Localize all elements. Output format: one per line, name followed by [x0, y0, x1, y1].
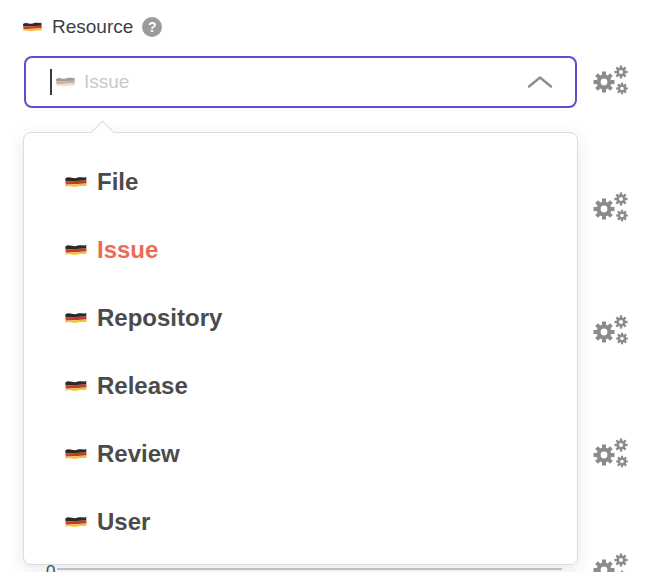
dropdown-option[interactable]: Review	[24, 420, 577, 488]
page: Resource ? Issue 0 File Issue Repository…	[0, 0, 650, 572]
germany-flag-icon	[64, 310, 88, 326]
select-placeholder: Issue	[84, 71, 129, 93]
dropdown-option[interactable]: Issue	[24, 216, 577, 284]
dropdown-notch	[90, 120, 114, 144]
dropdown-option[interactable]: User	[24, 488, 577, 556]
dropdown-option[interactable]: Repository	[24, 284, 577, 352]
dropdown-option-label: File	[97, 168, 138, 196]
dropdown-option[interactable]: Release	[24, 352, 577, 420]
dropdown-option[interactable]: File	[24, 148, 577, 216]
field-label-row: Resource ?	[22, 16, 162, 38]
settings-gears-icon[interactable]	[591, 63, 631, 99]
dropdown-options: File Issue Repository Release Review Use…	[24, 148, 577, 556]
germany-flag-icon	[64, 446, 88, 462]
clipped-next-field-border	[57, 568, 562, 570]
germany-flag-icon	[64, 242, 88, 258]
dropdown-option-label: Review	[97, 440, 180, 468]
chevron-up-icon[interactable]	[527, 76, 553, 89]
dropdown-option-label: Repository	[97, 304, 222, 332]
germany-flag-icon	[22, 20, 43, 34]
germany-flag-icon	[64, 174, 88, 190]
settings-gears-icon[interactable]	[591, 436, 631, 472]
dropdown-option-label: Release	[97, 372, 188, 400]
settings-gears-icon[interactable]	[591, 190, 631, 226]
field-label: Resource	[52, 16, 133, 38]
dropdown-option-label: Issue	[97, 236, 158, 264]
germany-flag-icon	[64, 514, 88, 530]
text-caret	[50, 69, 52, 95]
settings-gears-icon[interactable]	[591, 313, 631, 349]
resource-dropdown-panel: File Issue Repository Release Review Use…	[23, 132, 578, 565]
germany-flag-icon	[64, 378, 88, 394]
settings-gears-icon[interactable]	[591, 551, 631, 572]
dropdown-option-label: User	[97, 508, 150, 536]
resource-select-input[interactable]: Issue	[24, 56, 577, 108]
germany-flag-icon	[55, 75, 76, 89]
help-icon[interactable]: ?	[142, 17, 162, 37]
